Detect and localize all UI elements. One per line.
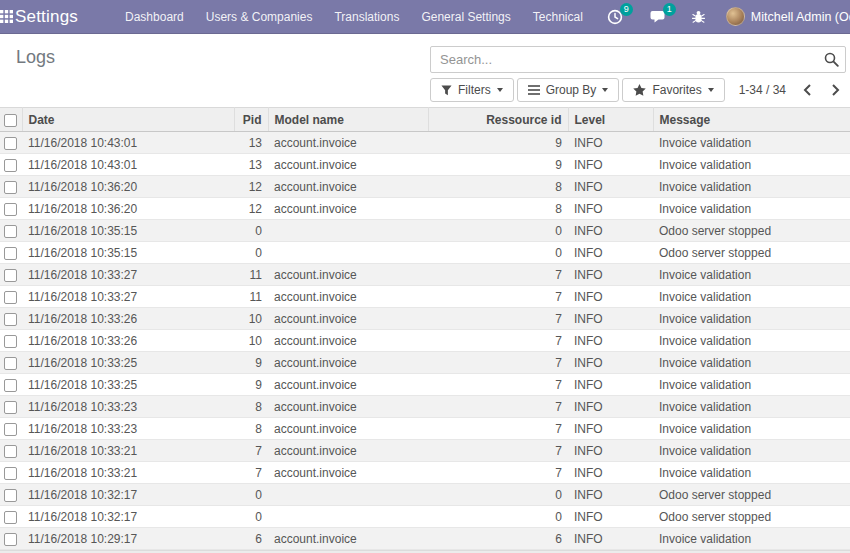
pager-next-button[interactable] — [829, 84, 842, 96]
row-checkbox[interactable] — [4, 511, 17, 524]
table-row[interactable]: 11/16/2018 10:33:21 7 account.invoice 7 … — [0, 440, 850, 462]
table-row[interactable]: 11/16/2018 10:33:23 8 account.invoice 7 … — [0, 396, 850, 418]
row-checkbox[interactable] — [4, 225, 17, 238]
row-checkbox[interactable] — [4, 203, 17, 216]
search-icon — [824, 55, 839, 70]
app-name[interactable]: Settings — [13, 7, 90, 27]
select-all-checkbox[interactable] — [4, 114, 17, 127]
cell-date: 11/16/2018 10:33:26 — [22, 308, 234, 330]
messages-button[interactable]: 1 — [636, 0, 679, 34]
bug-icon — [692, 10, 705, 24]
top-navbar: Settings DashboardUsers & CompaniesTrans… — [0, 0, 850, 34]
table-row[interactable]: 11/16/2018 10:35:15 0 0 INFO Odoo server… — [0, 242, 850, 264]
column-header-model-name[interactable]: Model name — [268, 108, 428, 132]
cell-level: INFO — [568, 286, 653, 308]
cell-date: 11/16/2018 10:33:25 — [22, 374, 234, 396]
table-row[interactable]: 11/16/2018 10:32:17 0 0 INFO Odoo server… — [0, 484, 850, 506]
cell-model-name — [268, 220, 428, 242]
row-checkbox[interactable] — [4, 467, 17, 480]
menu-item-users-companies[interactable]: Users & Companies — [195, 0, 324, 34]
column-header-message[interactable]: Message — [653, 108, 850, 132]
table-row[interactable]: 11/16/2018 10:33:21 7 account.invoice 7 … — [0, 462, 850, 484]
user-name: Mitchell Admin (Odoo_12) — [751, 10, 850, 24]
cell-pid: 10 — [234, 308, 268, 330]
row-checkbox[interactable] — [4, 181, 17, 194]
cell-model-name: account.invoice — [268, 374, 428, 396]
cell-model-name: account.invoice — [268, 330, 428, 352]
cell-level: INFO — [568, 308, 653, 330]
activities-button[interactable]: 9 — [594, 0, 636, 34]
row-checkbox[interactable] — [4, 247, 17, 260]
cell-date: 11/16/2018 10:43:01 — [22, 154, 234, 176]
cell-level: INFO — [568, 154, 653, 176]
cell-model-name: account.invoice — [268, 286, 428, 308]
table-row[interactable]: 11/16/2018 10:33:26 10 account.invoice 7… — [0, 308, 850, 330]
row-checkbox[interactable] — [4, 137, 17, 150]
row-checkbox[interactable] — [4, 489, 17, 502]
row-checkbox[interactable] — [4, 445, 17, 458]
row-checkbox-cell — [0, 352, 22, 374]
search-input[interactable] — [430, 46, 846, 73]
menu-item-dashboard[interactable]: Dashboard — [114, 0, 195, 34]
row-checkbox-cell — [0, 308, 22, 330]
cell-level: INFO — [568, 330, 653, 352]
table-row[interactable]: 11/16/2018 10:36:20 12 account.invoice 8… — [0, 198, 850, 220]
filters-button[interactable]: Filters — [430, 78, 514, 102]
row-checkbox[interactable] — [4, 291, 17, 304]
cell-ressource-id: 6 — [428, 528, 568, 550]
row-checkbox[interactable] — [4, 401, 17, 414]
cell-pid: 11 — [234, 264, 268, 286]
row-checkbox-cell — [0, 132, 22, 154]
apps-menu-button[interactable] — [0, 0, 13, 34]
cell-ressource-id: 0 — [428, 242, 568, 264]
cell-pid: 12 — [234, 198, 268, 220]
cell-pid: 0 — [234, 220, 268, 242]
row-checkbox[interactable] — [4, 335, 17, 348]
row-checkbox[interactable] — [4, 313, 17, 326]
user-menu[interactable]: Mitchell Admin (Odoo_12) — [718, 0, 850, 34]
table-row[interactable]: 11/16/2018 10:33:26 10 account.invoice 7… — [0, 330, 850, 352]
table-row[interactable]: 11/16/2018 10:43:01 13 account.invoice 9… — [0, 154, 850, 176]
cell-level: INFO — [568, 220, 653, 242]
table-row[interactable]: 11/16/2018 10:32:17 0 0 INFO Odoo server… — [0, 506, 850, 528]
row-checkbox-cell — [0, 440, 22, 462]
column-header-ressource-id[interactable]: Ressource id — [428, 108, 568, 132]
row-checkbox[interactable] — [4, 533, 17, 546]
menu-item-translations[interactable]: Translations — [323, 0, 410, 34]
row-checkbox-cell — [0, 154, 22, 176]
table-row[interactable]: 11/16/2018 10:29:17 6 account.invoice 6 … — [0, 528, 850, 550]
column-header-date[interactable]: Date — [22, 108, 234, 132]
cell-level: INFO — [568, 418, 653, 440]
filters-caret-icon — [497, 88, 503, 92]
cell-pid: 8 — [234, 418, 268, 440]
table-row[interactable]: 11/16/2018 10:33:23 8 account.invoice 7 … — [0, 418, 850, 440]
table-row[interactable]: 11/16/2018 10:35:15 0 0 INFO Odoo server… — [0, 220, 850, 242]
table-row[interactable]: 11/16/2018 10:33:25 9 account.invoice 7 … — [0, 352, 850, 374]
row-checkbox[interactable] — [4, 423, 17, 436]
row-checkbox[interactable] — [4, 159, 17, 172]
menu-item-technical[interactable]: Technical — [522, 0, 594, 34]
row-checkbox[interactable] — [4, 357, 17, 370]
menu-item-general-settings[interactable]: General Settings — [410, 0, 521, 34]
cell-pid: 9 — [234, 352, 268, 374]
table-row[interactable]: 11/16/2018 10:33:27 11 account.invoice 7… — [0, 264, 850, 286]
group-by-button[interactable]: Group By — [517, 78, 620, 102]
pager-previous-button[interactable] — [801, 84, 814, 96]
cell-pid: 0 — [234, 506, 268, 528]
row-checkbox[interactable] — [4, 379, 17, 392]
table-row[interactable]: 11/16/2018 10:33:27 11 account.invoice 7… — [0, 286, 850, 308]
cell-ressource-id: 7 — [428, 462, 568, 484]
debug-button[interactable] — [679, 0, 718, 34]
cell-level: INFO — [568, 462, 653, 484]
table-row[interactable]: 11/16/2018 10:43:01 13 account.invoice 9… — [0, 132, 850, 154]
table-row[interactable]: 11/16/2018 10:36:20 12 account.invoice 8… — [0, 176, 850, 198]
cell-ressource-id: 9 — [428, 132, 568, 154]
column-header-pid[interactable]: Pid — [234, 108, 268, 132]
row-checkbox[interactable] — [4, 269, 17, 282]
cell-pid: 7 — [234, 440, 268, 462]
table-row[interactable]: 11/16/2018 10:33:25 9 account.invoice 7 … — [0, 374, 850, 396]
favorites-button[interactable]: Favorites — [622, 78, 724, 102]
column-header-level[interactable]: Level — [568, 108, 653, 132]
cell-message: Invoice validation — [653, 352, 850, 374]
search-button[interactable] — [824, 52, 839, 67]
